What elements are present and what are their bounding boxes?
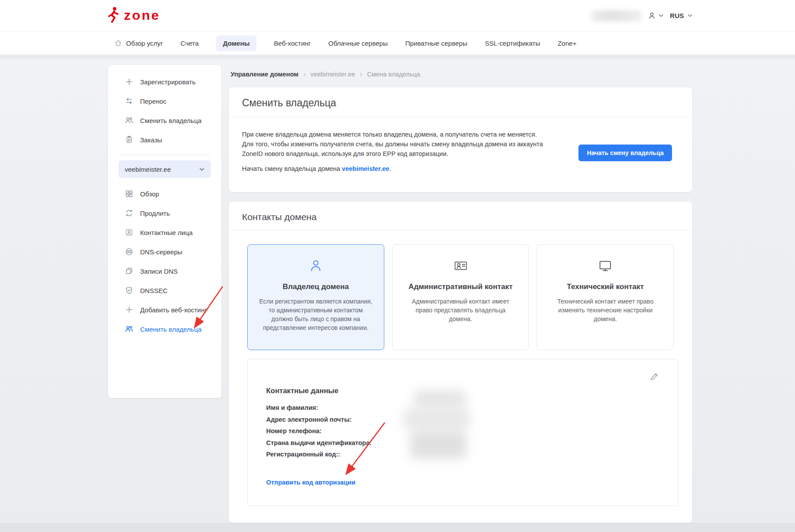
nav-item-zone-plus[interactable]: Zone+ <box>558 40 577 47</box>
sidebar-item-change-owner-top[interactable]: Сменить владельца <box>108 111 221 130</box>
nav-label: Домены <box>223 40 249 47</box>
nav-label: SSL-сертификаты <box>485 40 540 47</box>
nav-item-domains[interactable]: Домены <box>216 36 256 51</box>
sidebar-item-label: Зарегистрировать <box>140 78 195 86</box>
account-name-blurred <box>592 10 641 22</box>
sidebar-item-change-owner[interactable]: Сменить владельца <box>108 319 221 339</box>
grid-icon <box>125 189 134 198</box>
dns-globe-icon: DNS <box>125 247 134 256</box>
contact-card-owner[interactable]: Владелец домена Если регистрантом являет… <box>247 244 384 350</box>
change-owner-title: Сменить владельца <box>229 87 692 117</box>
chevron-down-icon <box>658 14 664 18</box>
nav-item-private-servers[interactable]: Приватные серверы <box>405 40 467 47</box>
chevron-right-icon: › <box>360 70 362 78</box>
domain-contacts-card: Контакты домена Владелец домена Если рег… <box>229 202 692 523</box>
sidebar-item-label: Добавить веб-хостинг <box>140 306 207 314</box>
contact-card-title: Владелец домена <box>259 282 372 291</box>
breadcrumb-domain[interactable]: veebimeister.ee <box>311 71 355 78</box>
running-man-icon <box>107 7 120 23</box>
contact-card-description: Технический контакт имеет право изменять… <box>549 297 662 323</box>
account-area: RUS <box>592 0 693 31</box>
user-icon <box>647 11 656 20</box>
zone-logo[interactable]: zone <box>107 6 160 24</box>
plus-icon <box>125 77 134 86</box>
sidebar-item-label: Записи DNS <box>140 268 178 275</box>
nav-item-cloud-servers[interactable]: Облачные серверы <box>329 40 388 47</box>
sidebar-item-label: Сменить владельца <box>140 326 202 333</box>
nav-label: Облачные серверы <box>329 40 388 47</box>
sidebar-item-overview[interactable]: Обзор <box>108 184 221 203</box>
top-bar: zone RUS <box>0 0 795 31</box>
sidebar-item-orders[interactable]: Заказы <box>108 130 221 149</box>
nav-label: Счета <box>181 40 199 47</box>
sidebar-item-label: Продлить <box>140 210 170 217</box>
sidebar-item-renew[interactable]: Продлить <box>108 203 221 223</box>
main-nav: Обзор услуг Счета Домены Веб-хостинг Обл… <box>0 31 795 55</box>
shield-check-icon <box>125 286 134 295</box>
domain-link[interactable]: veebimeister.ee <box>342 165 389 172</box>
transfer-arrows-icon <box>125 97 134 105</box>
change-owner-description: При смене владельца домена меняется толь… <box>242 130 549 159</box>
chevron-down-icon <box>687 14 693 18</box>
contact-card-technical[interactable]: Технический контакт Технический контакт … <box>537 244 674 350</box>
sidebar-item-add-webhosting[interactable]: Добавить веб-хостинг <box>108 300 221 319</box>
nav-item-invoices[interactable]: Счета <box>181 40 199 47</box>
sidebar-item-dns-servers[interactable]: DNS DNS-серверы <box>108 242 221 261</box>
change-owner-card: Сменить владельца При смене владельца до… <box>229 87 692 192</box>
breadcrumb-current: Смена владельца <box>367 71 420 78</box>
plus-icon <box>125 305 134 314</box>
edit-pencil-icon[interactable] <box>650 372 659 381</box>
sidebar-item-label: DNS-серверы <box>140 248 182 256</box>
nav-label: Приватные серверы <box>405 40 467 47</box>
contact-card-icon <box>125 228 134 237</box>
sidebar-divider <box>119 155 211 155</box>
users-icon <box>125 116 134 125</box>
sidebar-item-transfer[interactable]: Перенос <box>108 91 221 111</box>
change-owner-cta-line: Начать смену владельца домена veebimeist… <box>242 165 679 172</box>
contact-type-cards: Владелец домена Если регистрантом являет… <box>247 244 674 350</box>
account-menu[interactable] <box>647 11 664 20</box>
contact-card-description: Если регистрантом является компания, то … <box>259 297 372 332</box>
send-auth-code-link[interactable]: Отправить код авторизации <box>266 479 355 486</box>
id-card-icon <box>404 258 517 274</box>
sidebar-item-label: Обзор <box>140 190 159 198</box>
users-icon <box>125 325 134 333</box>
user-icon <box>259 258 372 274</box>
nav-item-services-overview[interactable]: Обзор услуг <box>114 39 163 47</box>
logo-wordmark: zone <box>124 8 160 22</box>
nav-item-ssl-certificates[interactable]: SSL-сертификаты <box>485 40 540 47</box>
contact-card-title: Технический контакт <box>549 282 662 291</box>
sidebar-item-dns-records[interactable]: Записи DNS <box>108 261 221 281</box>
sidebar-item-label: Контактные лица <box>140 229 193 236</box>
nav-shadow <box>0 55 795 61</box>
start-owner-change-button[interactable]: Начать смену владельца <box>578 145 672 161</box>
sidebar-item-register[interactable]: Зарегистрировать <box>108 72 221 91</box>
change-owner-body: При смене владельца домена меняется толь… <box>229 117 692 172</box>
breadcrumb-domain-management[interactable]: Управление доменом <box>231 71 299 78</box>
contact-card-description: Административный контакт имеет право пре… <box>404 297 517 323</box>
clipboard-icon <box>125 135 134 144</box>
monitor-icon <box>549 258 662 274</box>
sidebar-item-contact-persons[interactable]: Контактные лица <box>108 223 221 242</box>
sidebar: Зарегистрировать Перенос Сменить владель… <box>108 65 221 398</box>
page: zone RUS <box>0 0 795 532</box>
footer-strip <box>0 523 795 532</box>
domain-select-value: veebimeister.ee <box>125 166 171 173</box>
language-label: RUS <box>670 12 684 19</box>
sidebar-item-label: Перенос <box>140 98 166 105</box>
sidebar-item-dnssec[interactable]: DNSSEC <box>108 281 221 300</box>
chevron-down-icon <box>199 167 205 171</box>
domain-contacts-title: Контакты домена <box>229 202 692 230</box>
divider <box>229 230 692 230</box>
contact-details-box: Контактные данные Имя и фамилия: Адрес э… <box>247 359 678 506</box>
svg-text:DNS: DNS <box>127 251 131 253</box>
cta-suffix: . <box>389 165 391 172</box>
contact-card-admin[interactable]: Административный контакт Административны… <box>392 244 529 350</box>
domain-select[interactable]: veebimeister.ee <box>119 160 211 178</box>
language-selector[interactable]: RUS <box>670 12 693 19</box>
contact-card-title: Административный контакт <box>404 282 517 291</box>
nav-label: Обзор услуг <box>126 40 163 47</box>
nav-item-webhosting[interactable]: Веб-хостинг <box>274 40 311 47</box>
sidebar-item-label: Сменить владельца <box>140 117 202 124</box>
nav-label: Веб-хостинг <box>274 40 311 47</box>
